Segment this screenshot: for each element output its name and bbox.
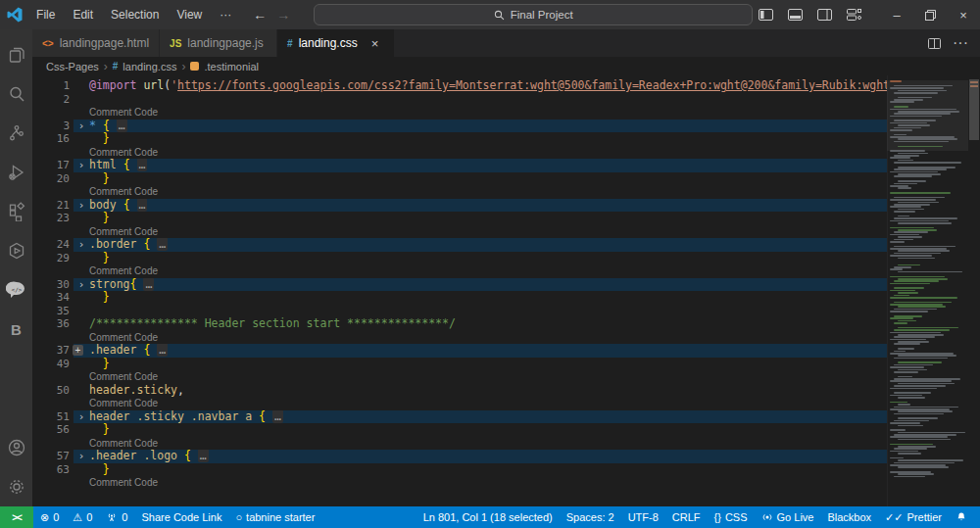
code-line[interactable]: 17›html { … [32, 159, 887, 172]
live-preview-icon[interactable] [0, 231, 32, 270]
restore-button[interactable] [913, 0, 947, 29]
codelens-label[interactable]: Comment Code [74, 437, 158, 451]
codelens-label[interactable]: Comment Code [74, 476, 158, 490]
fold-chevron-icon[interactable]: › [74, 450, 89, 463]
menu-file[interactable]: File [28, 4, 63, 25]
code-line[interactable]: 36/*************** Header section start … [32, 317, 887, 331]
blackbox-extension-icon[interactable]: B [0, 310, 32, 349]
line-number[interactable]: 56 [32, 423, 70, 437]
code-line[interactable]: 50header.sticky, [32, 384, 887, 398]
scrollbar-thumb[interactable] [969, 79, 979, 140]
code-line[interactable]: 35 [32, 305, 887, 318]
line-number[interactable]: 34 [32, 291, 70, 305]
statusbar-item-right-8[interactable] [949, 506, 974, 528]
tab-close-icon[interactable]: × [371, 36, 379, 51]
codelens-label[interactable]: Comment Code [74, 264, 158, 278]
forward-arrow-icon[interactable]: → [276, 7, 290, 23]
extensions-icon[interactable] [0, 192, 32, 231]
close-window-button[interactable]: × [947, 0, 980, 29]
code-line[interactable]: 1@import url('https://fonts.googleapis.c… [32, 79, 887, 93]
run-debug-icon[interactable] [0, 153, 32, 192]
statusbar-item-left-1[interactable]: ⚠0 [66, 506, 99, 528]
editor-actions-more-icon[interactable]: ··· [953, 34, 968, 52]
line-number[interactable]: 36 [32, 317, 70, 331]
search-sidebar-icon[interactable] [0, 74, 32, 114]
statusbar-item-right-6[interactable]: Blackbox [820, 506, 878, 528]
line-number[interactable]: 35 [32, 305, 70, 318]
code-line[interactable]: 29 } [32, 252, 887, 265]
line-number[interactable]: 1 [32, 79, 70, 93]
vertical-scrollbar[interactable] [968, 75, 980, 506]
tab-landing-css[interactable]: # landing.css × [277, 29, 395, 57]
menu-selection[interactable]: Selection [103, 4, 167, 25]
codelens-label[interactable]: Comment Code [74, 146, 158, 160]
codelens-label[interactable]: Comment Code [74, 397, 158, 410]
statusbar-item-right-0[interactable]: Ln 801, Col 1 (18 selected) [416, 506, 560, 528]
line-number[interactable] [32, 331, 70, 345]
statusbar-item-right-4[interactable]: {}CSS [708, 506, 755, 528]
code-line[interactable]: 21›body { … [32, 199, 887, 213]
menu-edit[interactable]: Edit [65, 4, 101, 25]
line-number[interactable]: 2 [32, 93, 70, 107]
code-line[interactable]: 37+›.header { … [32, 344, 887, 358]
code-editor[interactable]: 1@import url('https://fonts.googleapis.c… [32, 75, 887, 506]
back-arrow-icon[interactable]: ← [253, 7, 267, 23]
line-number[interactable] [32, 185, 70, 199]
remote-indicator[interactable]: >< [0, 506, 33, 528]
fold-chevron-icon[interactable]: › [74, 410, 89, 424]
line-number[interactable]: 23 [32, 212, 70, 225]
tab-landingpage-js[interactable]: JS landingpage.js [160, 29, 277, 57]
toggle-panel-icon[interactable] [782, 3, 808, 26]
line-number[interactable]: 50 [32, 384, 70, 398]
code-line[interactable]: 24›.border { … [32, 238, 887, 252]
toggle-primary-sidebar-icon[interactable] [753, 3, 778, 26]
code-line[interactable]: 34 } [32, 291, 887, 305]
statusbar-item-left-0[interactable]: ⊗0 [33, 506, 66, 528]
line-number[interactable]: 51 [32, 410, 70, 424]
statusbar-item-right-5[interactable]: Go Live [755, 506, 821, 528]
line-number[interactable]: 37 [32, 344, 70, 358]
line-number[interactable] [32, 106, 70, 120]
line-number[interactable]: 17 [32, 159, 70, 172]
statusbar-item-right-2[interactable]: UTF-8 [621, 506, 665, 528]
tab-landingpage-html[interactable]: <> landingpage.html [32, 29, 160, 57]
minimize-button[interactable]: – [880, 0, 913, 29]
line-number[interactable] [32, 397, 70, 410]
statusbar-item-left-3[interactable]: Share Code Link [134, 506, 228, 528]
line-number[interactable] [32, 225, 70, 239]
code-chat-extension-icon[interactable]: </> [0, 270, 32, 310]
breadcrumb-file[interactable]: landing.css [122, 61, 176, 72]
code-line[interactable]: 63 } [32, 463, 887, 477]
menu-view[interactable]: View [169, 4, 210, 25]
line-number[interactable] [32, 370, 70, 384]
code-line[interactable]: 3›* { … [32, 120, 887, 133]
code-line[interactable]: 30›strong{ … [32, 278, 887, 292]
minimap-slider[interactable] [887, 80, 968, 151]
fold-chevron-icon[interactable]: › [74, 278, 89, 292]
codelens-label[interactable]: Comment Code [74, 370, 158, 384]
code-line[interactable]: 16 } [32, 132, 887, 146]
code-line[interactable]: 56 } [32, 423, 887, 437]
code-line[interactable]: 23 } [32, 212, 887, 225]
breadcrumb-symbol[interactable]: .testimonial [204, 61, 259, 72]
codelens-label[interactable]: Comment Code [74, 106, 158, 120]
line-number[interactable]: 3 [32, 120, 70, 133]
statusbar-item-left-4[interactable]: ○tabnine starter [228, 506, 321, 528]
statusbar-item-right-7[interactable]: ✓✓Prettier [878, 506, 949, 528]
codelens-label[interactable]: Comment Code [74, 225, 158, 239]
line-number[interactable] [32, 476, 70, 490]
statusbar-item-right-1[interactable]: Spaces: 2 [560, 506, 621, 528]
line-number[interactable] [32, 264, 70, 278]
split-editor-icon[interactable] [928, 38, 941, 49]
code-line[interactable]: 49 } [32, 358, 887, 371]
line-number[interactable]: 49 [32, 358, 70, 371]
line-number[interactable]: 20 [32, 172, 70, 186]
statusbar-item-left-2[interactable]: 0 [99, 506, 134, 528]
fold-chevron-icon[interactable]: › [74, 199, 89, 213]
codelens-label[interactable]: Comment Code [74, 185, 158, 199]
breadcrumb-folder[interactable]: Css-Pages [46, 61, 99, 72]
line-number[interactable]: 63 [32, 463, 70, 477]
statusbar-item-right-3[interactable]: CRLF [665, 506, 708, 528]
command-center-search[interactable]: Final Project [314, 4, 753, 25]
source-control-icon[interactable] [0, 114, 32, 153]
